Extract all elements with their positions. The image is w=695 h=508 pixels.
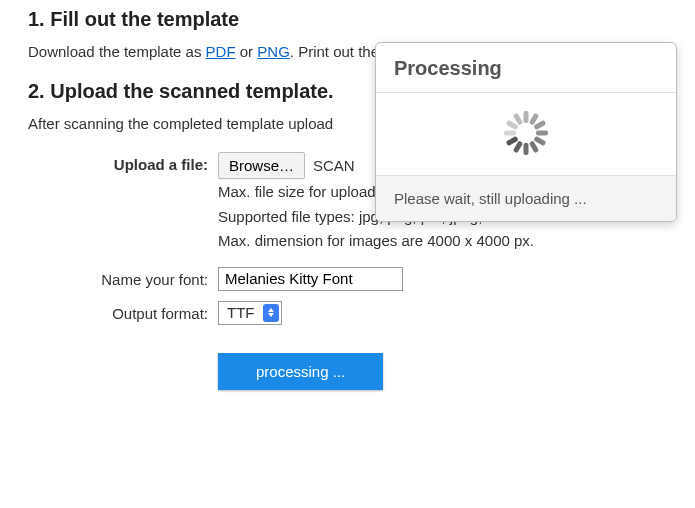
step1-heading: 1. Fill out the template bbox=[28, 8, 667, 31]
dialog-title: Processing bbox=[376, 43, 676, 93]
dialog-status-text: Please wait, still uploading ... bbox=[376, 175, 676, 221]
upload-label: Upload a file: bbox=[28, 152, 218, 173]
fontname-input[interactable] bbox=[218, 267, 403, 291]
fontname-row: Name your font: bbox=[28, 267, 667, 291]
output-select[interactable]: TTF bbox=[218, 301, 282, 325]
output-label: Output format: bbox=[28, 301, 218, 322]
dialog-body bbox=[376, 93, 676, 175]
output-control: TTF bbox=[218, 301, 667, 325]
chevron-updown-icon bbox=[263, 304, 279, 322]
processing-dialog: Processing Please wait, still uploading … bbox=[375, 42, 677, 222]
spinner-icon bbox=[504, 111, 548, 155]
submit-control: processing ... bbox=[218, 353, 667, 390]
fontname-control bbox=[218, 267, 667, 291]
selected-filename: SCAN bbox=[313, 157, 355, 174]
submit-button[interactable]: processing ... bbox=[218, 353, 383, 390]
output-select-value: TTF bbox=[219, 304, 261, 321]
step1-text-or: or bbox=[236, 43, 258, 60]
pdf-link[interactable]: PDF bbox=[206, 43, 236, 60]
step1-text-prefix: Download the template as bbox=[28, 43, 206, 60]
fontname-label: Name your font: bbox=[28, 267, 218, 288]
submit-row: processing ... bbox=[28, 353, 667, 390]
output-row: Output format: TTF bbox=[28, 301, 667, 325]
png-link[interactable]: PNG bbox=[257, 43, 290, 60]
browse-button[interactable]: Browse… bbox=[218, 152, 305, 179]
upload-hint-dim: Max. dimension for images are 4000 x 400… bbox=[218, 230, 667, 253]
